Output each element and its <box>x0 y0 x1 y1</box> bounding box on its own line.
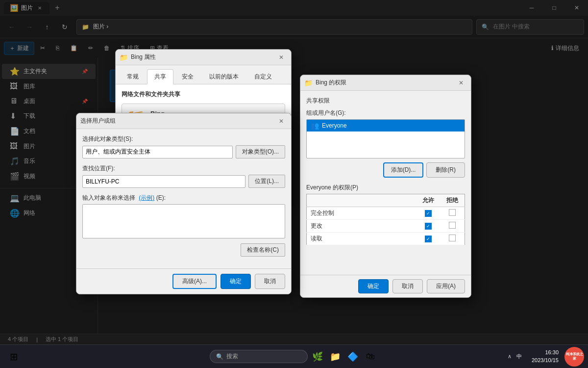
taskbar-browser-icon[interactable]: 🌿 <box>310 349 325 365</box>
select-users-title-left: 选择用户或组 <box>80 117 116 125</box>
check-names-btn[interactable]: 检查名称(C) <box>241 243 285 257</box>
perm-name: 更改 <box>307 220 416 233</box>
location-btn[interactable]: 位置(L)... <box>248 175 285 188</box>
perm-deny-checkbox[interactable] <box>449 235 456 241</box>
object-type-input[interactable] <box>82 146 233 158</box>
perm-allow-cell[interactable]: ✓ <box>416 233 441 245</box>
location-label: 查找位置(F): <box>82 164 285 173</box>
taskbar-edge-icon[interactable]: 🔷 <box>345 349 361 365</box>
select-users-dialog: 选择用户或组 ✕ 选择此对象类型(S): 对象类型(O)... 查找位置(F):… <box>76 113 292 294</box>
perm-cancel-btn[interactable]: 取消 <box>392 279 423 293</box>
perm-section-title: 共享权限 <box>306 97 465 105</box>
perm-footer: 确定 取消 应用(A) <box>300 275 471 297</box>
tab-security[interactable]: 安全 <box>174 69 201 84</box>
perm-deny-cell[interactable] <box>441 207 465 220</box>
perm-close-btn[interactable]: ✕ <box>455 77 467 89</box>
taskbar-search-icon: 🔍 <box>216 353 223 360</box>
perm-deny-cell[interactable] <box>441 220 465 233</box>
perm-deny-checkbox[interactable] <box>449 209 456 216</box>
system-tray: ∧ 中 <box>504 352 526 361</box>
perm-deny-cell[interactable] <box>441 233 465 245</box>
name-field <box>82 204 285 241</box>
perm-col-deny: 拒绝 <box>441 194 465 207</box>
perm-title-bar: 📁 Bing 的权限 ✕ <box>300 75 471 91</box>
perm-apply-btn[interactable]: 应用(A) <box>427 279 465 293</box>
object-type-btn[interactable]: 对象类型(O)... <box>236 145 285 158</box>
select-users-cancel-btn[interactable]: 取消 <box>255 274 285 289</box>
advanced-btn[interactable]: 高级(A)... <box>172 274 217 289</box>
select-users-body: 选择此对象类型(S): 对象类型(O)... 查找位置(F): 位置(L)...… <box>76 129 291 268</box>
bing-props-title-left: 📁 Bing 属性 <box>120 53 156 61</box>
perm-col-allow: 允许 <box>416 194 441 207</box>
location-field: 位置(L)... <box>82 175 285 188</box>
bing-props-icon: 📁 <box>120 53 128 61</box>
bing-props-title-bar: 📁 Bing 属性 ✕ <box>116 50 291 65</box>
perm-user-list: 👥 Everyone <box>306 119 465 158</box>
object-type-row: 选择此对象类型(S): 对象类型(O)... <box>82 135 285 158</box>
windows-logo-icon: ⊞ <box>10 351 18 363</box>
perm-allow-cell[interactable]: ✓ <box>416 220 441 233</box>
start-button[interactable]: ⊞ <box>4 347 24 367</box>
taskbar-store-icon[interactable]: 🛍 <box>363 349 378 365</box>
perm-col-name <box>307 194 416 207</box>
perm-user-icon: 👥 <box>311 122 319 130</box>
tab-prev-versions[interactable]: 以前的版本 <box>202 69 246 84</box>
add-btn[interactable]: 添加(D)... <box>383 162 424 178</box>
select-users-footer: 高级(A)... 确定 取消 <box>76 268 291 294</box>
perm-row: 完全控制 ✓ <box>307 207 465 220</box>
location-input[interactable] <box>82 175 245 188</box>
bing-permissions-dialog: 📁 Bing 的权限 ✕ 共享权限 组或用户名(G): 👥 Everyone 添… <box>300 75 471 298</box>
perm-row: 更改 ✓ <box>307 220 465 233</box>
perm-ok-btn[interactable]: 确定 <box>358 279 389 293</box>
taskbar-search-label: 搜索 <box>226 352 238 361</box>
location-row: 查找位置(F): 位置(L)... <box>82 164 285 188</box>
taskbar-center: 🔍 搜索 🌿 📁 🔷 🛍 <box>210 349 378 365</box>
perm-table: 允许 拒绝 完全控制 ✓ 更改 ✓ 读取 ✓ <box>306 194 465 245</box>
name-label: 输入对象名称来选择 (示例) (E): <box>82 194 285 202</box>
perm-btn-row: 添加(D)... 删除(R) <box>306 162 465 178</box>
tab-sharing[interactable]: 共享 <box>147 69 173 84</box>
bing-props-close-btn[interactable]: ✕ <box>275 52 287 63</box>
watermark-text: 纯净系统之家 <box>564 351 584 362</box>
bing-props-tabs: 常规 共享 安全 以前的版本 自定义 <box>116 65 291 84</box>
taskbar-files-icon[interactable]: 📁 <box>327 349 343 365</box>
perm-icon: 📁 <box>304 79 313 87</box>
tab-custom[interactable]: 自定义 <box>247 69 279 84</box>
select-users-title: 选择用户或组 <box>80 117 116 125</box>
object-type-label: 选择此对象类型(S): <box>82 135 285 143</box>
perm-title-left: 📁 Bing 的权限 <box>304 79 346 87</box>
perm-name: 读取 <box>307 233 416 245</box>
taskbar-search[interactable]: 🔍 搜索 <box>210 350 308 363</box>
taskbar-right: ∧ 中 16:30 2023/10/15 纯净系统之家 <box>500 347 588 367</box>
taskbar: ⊞ 🔍 搜索 🌿 📁 🔷 🛍 ∧ 中 16:30 2023/10/15 纯净系统… <box>0 344 588 368</box>
name-input[interactable] <box>82 204 285 238</box>
perm-deny-checkbox[interactable] <box>449 222 456 229</box>
perm-allow-checkbox[interactable]: ✓ <box>425 210 432 217</box>
perm-user-name: Everyone <box>322 122 347 129</box>
select-users-ok-btn[interactable]: 确定 <box>220 274 251 289</box>
perm-allow-checkbox[interactable]: ✓ <box>425 236 432 242</box>
perm-row: 读取 ✓ <box>307 233 465 245</box>
clock-time: 16:30 <box>532 349 559 356</box>
remove-btn[interactable]: 删除(R) <box>426 162 465 178</box>
tray-arrow[interactable]: ∧ <box>506 352 514 361</box>
name-row: 输入对象名称来选择 (示例) (E): 检查名称(C) <box>82 194 285 257</box>
group-label: 组或用户名(G): <box>306 109 465 117</box>
watermark-badge: 纯净系统之家 <box>564 347 584 367</box>
name-label-text: 输入对象名称来选择 <box>82 194 135 201</box>
object-type-field: 对象类型(O)... <box>82 145 285 158</box>
tab-general[interactable]: 常规 <box>120 69 146 84</box>
select-users-title-bar: 选择用户或组 ✕ <box>76 113 291 129</box>
perm-body: 共享权限 组或用户名(G): 👥 Everyone 添加(D)... 删除(R)… <box>300 91 471 275</box>
example-link[interactable]: (示例) <box>139 194 154 201</box>
perms-for-label: Everyone 的权限(P) <box>306 184 465 192</box>
perm-user-everyone[interactable]: 👥 Everyone <box>307 120 465 131</box>
perm-allow-cell[interactable]: ✓ <box>416 207 441 220</box>
perm-name: 完全控制 <box>307 207 416 220</box>
tray-lang[interactable]: 中 <box>514 352 524 361</box>
select-users-close-btn[interactable]: ✕ <box>275 115 287 127</box>
perm-title: Bing 的权限 <box>316 79 346 87</box>
clock: 16:30 2023/10/15 <box>528 349 563 364</box>
clock-date: 2023/10/15 <box>532 357 559 364</box>
perm-allow-checkbox[interactable]: ✓ <box>425 223 432 230</box>
